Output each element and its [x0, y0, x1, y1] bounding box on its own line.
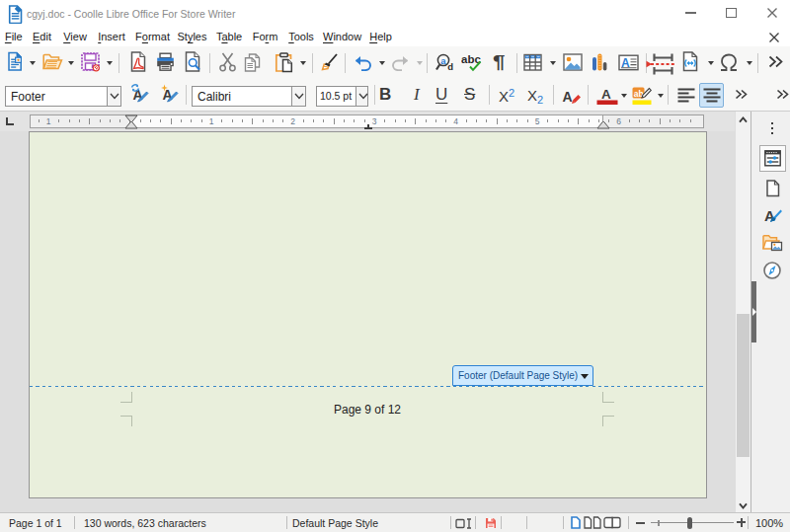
- svg-text:A: A: [563, 89, 573, 105]
- svg-text:A: A: [601, 87, 611, 102]
- svg-text:a: a: [440, 55, 446, 66]
- svg-text:A: A: [764, 207, 775, 224]
- svg-text:d: d: [447, 61, 453, 72]
